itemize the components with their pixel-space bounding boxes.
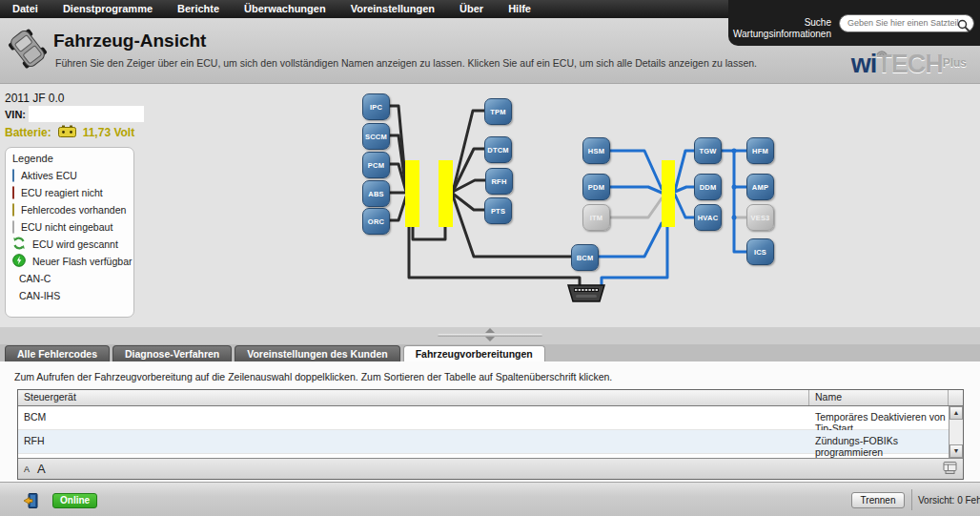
table-footer: A A (18, 458, 963, 479)
pane-splitter (0, 327, 980, 344)
ecu-node-dtcm[interactable]: DTCM (484, 136, 512, 163)
ecu-node-ipc[interactable]: IPC (362, 93, 390, 120)
witech-vehicle-view-window: DateiDienstprogrammeBerichteÜberwachunge… (0, 0, 980, 516)
menu-item-dienstprogramme[interactable]: Dienstprogramme (51, 0, 165, 18)
bottom-tab-bar: Alle FehlercodesDiagnose-VerfahrenVorein… (0, 344, 980, 361)
search-box (839, 14, 974, 32)
menu-item-berwachungen[interactable]: Überwachungen (232, 0, 338, 18)
search-panel: Suche Wartungsinformationen (728, 0, 980, 46)
junction-bar-2 (439, 160, 453, 227)
caution-error-counters: Vorsicht: 0 Fehler: 0 (918, 495, 980, 506)
ecu-node-pdm[interactable]: PDM (582, 174, 610, 200)
tab-voreinstellungen-des-kunden[interactable]: Voreinstellungen des Kunden (235, 345, 399, 361)
table-instruction: Zum Aufrufen der Fahrzeugvorbereitung au… (14, 371, 612, 382)
cell-name: Temporäres Deaktivieren von Tip-Start (809, 406, 949, 429)
junction-bar-1 (405, 160, 419, 227)
menu-item-voreinstellungen[interactable]: Voreinstellungen (338, 0, 447, 18)
search-input[interactable] (847, 18, 960, 28)
table-scrollbar[interactable]: ▲ ▼ (949, 406, 963, 458)
ecu-node-itm[interactable]: ITM (582, 204, 610, 231)
exit-icon[interactable] (23, 493, 39, 512)
menu-item-hilfe[interactable]: Hilfe (496, 0, 543, 18)
tab-alle-fehlercodes[interactable]: Alle Fehlercodes (5, 345, 110, 361)
page-title: Fahrzeug-Ansicht (53, 31, 206, 52)
page-subtitle: Führen Sie den Zeiger über ein ECU, um s… (55, 57, 757, 69)
scroll-track[interactable] (949, 420, 963, 444)
search-label: Suche Wartungsinformationen (728, 6, 831, 40)
ecu-node-ics[interactable]: ICS (746, 238, 774, 265)
ecu-node-ves3[interactable]: VES3 (746, 204, 774, 231)
column-header-steuergeraet[interactable]: Steuergerät (18, 390, 809, 405)
table-header-row: Steuergerät Name (18, 390, 963, 406)
cell-name: Zündungs-FOBIKs programmieren (809, 430, 949, 453)
preparations-table: Steuergerät Name BCMTemporäres Deaktivie… (17, 389, 964, 480)
witech-plus-logo: wi TECHPlus (851, 50, 967, 79)
tab-fahrzeugvorbereitungen[interactable]: Fahrzeugvorbereitungen (403, 345, 545, 361)
ecu-node-bcm[interactable]: BCM (571, 244, 599, 271)
ecu-node-tpm[interactable]: TPM (484, 98, 512, 125)
car-icon (8, 28, 48, 73)
ecu-node-pcm[interactable]: PCM (362, 152, 390, 178)
ecu-node-hsm[interactable]: HSM (582, 137, 610, 164)
menu-item-datei[interactable]: Datei (0, 0, 51, 18)
ecu-node-rfh[interactable]: RFH (485, 168, 513, 195)
column-header-name[interactable]: Name (809, 390, 949, 405)
ecu-node-hvac[interactable]: HVAC (694, 204, 722, 231)
ecu-node-tgw[interactable]: TGW (694, 137, 722, 164)
obd-connector-icon (568, 285, 604, 301)
tab-diagnose-verfahren[interactable]: Diagnose-Verfahren (112, 345, 232, 361)
menu-item-ber[interactable]: Über (447, 0, 496, 18)
ecu-node-amp[interactable]: AMP (746, 174, 774, 200)
vehicle-topology-area: 2011 JF 0.0 VIN: Batterie: 11,73 Volt Le… (0, 84, 980, 327)
tab-content: Zum Aufrufen der Fahrzeugvorbereitung au… (0, 361, 980, 482)
ecu-node-pts[interactable]: PTS (484, 197, 512, 224)
column-header-scroll-spacer (949, 390, 963, 405)
cell-steuergeraet: BCM (18, 406, 809, 429)
scroll-down-button[interactable]: ▼ (949, 444, 963, 458)
magnifier-icon[interactable] (957, 18, 970, 35)
printer-icon[interactable] (943, 461, 957, 478)
font-decrease-button[interactable]: A (24, 464, 30, 474)
font-increase-button[interactable]: A (37, 462, 46, 476)
status-divider (911, 489, 912, 510)
ecu-node-sccm[interactable]: SCCM (362, 123, 390, 150)
menu-item-berichte[interactable]: Berichte (165, 0, 232, 18)
online-status-badge: Online (52, 493, 97, 508)
table-row[interactable]: RFHZündungs-FOBIKs programmieren (18, 430, 949, 454)
ecu-node-abs[interactable]: ABS (362, 180, 390, 207)
cell-steuergeraet: RFH (18, 430, 809, 453)
splitter-arrows-icon[interactable] (484, 328, 496, 342)
ecu-node-orc[interactable]: ORC (362, 208, 390, 235)
status-bar: Online Trennen Vorsicht: 0 Fehler: 0 (0, 482, 980, 516)
ecu-node-hfm[interactable]: HFM (746, 137, 774, 164)
scroll-up-button[interactable]: ▲ (949, 406, 963, 420)
ecu-node-ddm[interactable]: DDM (694, 174, 722, 200)
junction-bar-3 (662, 160, 675, 227)
table-row[interactable]: BCMTemporäres Deaktivieren von Tip-Start (18, 406, 949, 430)
disconnect-button[interactable]: Trennen (851, 492, 905, 508)
